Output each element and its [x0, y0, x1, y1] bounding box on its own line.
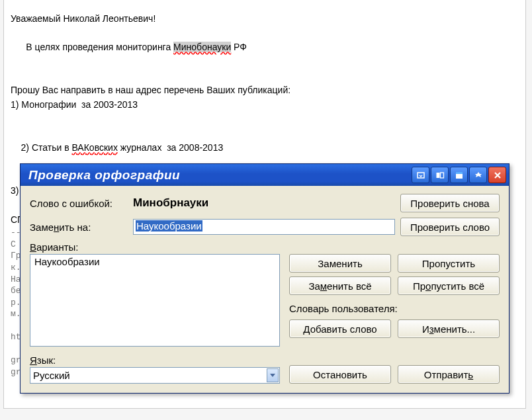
- doc-line: Уважаемый Николай Леонтьевич!: [11, 12, 517, 26]
- spellcheck-dialog: Проверка орфографии Слово с ошибкой: Мин…: [20, 163, 510, 394]
- error-word-value: Минобрнауки: [133, 196, 395, 210]
- chevron-down-icon[interactable]: [267, 368, 279, 382]
- replace-with-input[interactable]: Наукообразии: [133, 219, 395, 235]
- variants-label: Варианты:: [30, 241, 500, 253]
- dialog-titlebar[interactable]: Проверка орфографии: [21, 164, 509, 186]
- error-word-label: Слово с ошибкой:: [30, 198, 128, 209]
- titlebar-button-3[interactable]: [450, 167, 468, 183]
- doc-line: В целях проведения мониторинга Минобонау…: [11, 26, 517, 69]
- skip-button[interactable]: Пропустить: [398, 254, 500, 273]
- text: В целях проведения мониторинга: [21, 42, 174, 52]
- svg-rect-2: [440, 173, 443, 178]
- doc-line: 1) Монографии за 2003-2013: [11, 98, 517, 112]
- add-word-button[interactable]: Добавить слово: [289, 319, 391, 338]
- titlebar-button-4[interactable]: [469, 167, 487, 183]
- replace-with-label: Заменить на:: [30, 222, 128, 233]
- replace-all-button[interactable]: Заменить всё: [289, 276, 391, 295]
- svg-rect-1: [436, 173, 439, 178]
- send-button[interactable]: Отправить: [398, 365, 500, 384]
- titlebar-button-2[interactable]: [431, 167, 449, 183]
- stop-button[interactable]: Остановить: [289, 365, 391, 384]
- text: РФ: [231, 42, 247, 52]
- text: журналах за 2008-2013: [118, 142, 223, 153]
- close-button[interactable]: [488, 167, 506, 183]
- misspelled-word: Минобонауки: [173, 42, 231, 52]
- dialog-title: Проверка орфографии: [28, 168, 412, 183]
- svg-rect-4: [456, 172, 463, 174]
- language-select[interactable]: Русский: [30, 367, 280, 384]
- doc-line: Прошу Вас направить в наш адрес перечень…: [11, 83, 517, 98]
- language-value: Русский: [33, 370, 70, 381]
- misspelled-word: ВАКовских: [72, 142, 118, 153]
- replace-button[interactable]: Заменить: [289, 254, 391, 273]
- dialog-body: Слово с ошибкой: Минобрнауки Проверить с…: [21, 186, 509, 393]
- list-item[interactable]: Наукообразии: [34, 256, 275, 267]
- check-again-button[interactable]: Проверить снова: [400, 194, 500, 212]
- user-dictionary-label: Словарь пользователя:: [289, 303, 500, 314]
- input-selection: Наукообразии: [136, 220, 202, 231]
- variants-listbox[interactable]: Наукообразии: [30, 254, 280, 347]
- titlebar-button-1[interactable]: [412, 167, 429, 183]
- check-word-button[interactable]: Проверить слово: [400, 218, 500, 236]
- modify-button[interactable]: Изменить...: [398, 319, 500, 338]
- text: 2) Статьи в: [21, 142, 72, 153]
- skip-all-button[interactable]: Пропустить всё: [398, 276, 500, 295]
- language-label: Язык:: [30, 355, 280, 366]
